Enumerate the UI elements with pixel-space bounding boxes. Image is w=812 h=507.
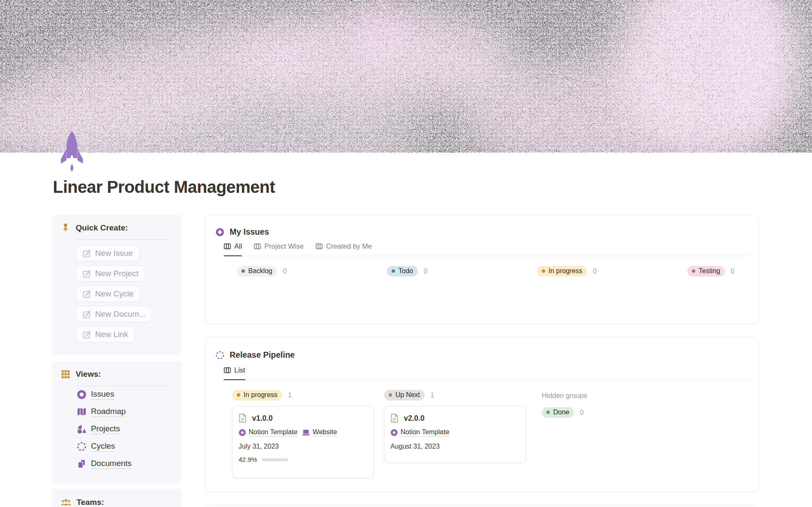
column-hidden-groups: Hidden groups Done 0 [542, 390, 686, 418]
view-tabs: All Project Wise Created by Me [224, 242, 750, 256]
status-badge[interactable]: Backlog [237, 266, 277, 277]
compose-icon [82, 310, 91, 318]
status-badge[interactable]: Todo [387, 266, 418, 277]
status-badge[interactable]: In progress [537, 266, 587, 277]
divider [76, 386, 172, 386]
laptop-icon [302, 429, 310, 436]
grid-icon [61, 370, 70, 379]
column-up-next: Up Next 1 v2.0.0 Notion Template August … [384, 390, 528, 463]
dashed-circle-icon [215, 351, 225, 360]
tab-list[interactable]: List [224, 366, 245, 380]
page-icon [239, 414, 247, 423]
compose-icon [82, 330, 91, 339]
sidebar-item-documents[interactable]: Documents [77, 457, 132, 471]
compose-icon [82, 249, 91, 258]
pushpin-icon [61, 223, 70, 233]
new-issue-button[interactable]: New Issue [76, 245, 140, 261]
relation-notion-template[interactable]: Notion Template [390, 428, 449, 437]
rocket-icon[interactable] [60, 130, 84, 173]
board-title: My Issues [230, 227, 269, 237]
release-date: July 31, 2023 [239, 443, 368, 450]
group-count: 1 [431, 392, 434, 399]
new-cycle-button[interactable]: New Cycle [76, 285, 140, 302]
release-card-v1[interactable]: v1.0.0 Notion Template Website July 31, … [232, 406, 374, 478]
divider [76, 239, 172, 240]
next-section-card [205, 505, 759, 507]
board-view-icon [315, 243, 323, 250]
my-issues-board: My Issues All Project Wise Created by Me… [205, 216, 759, 324]
release-card-v2[interactable]: v2.0.0 Notion Template August 31, 2023 [384, 406, 526, 463]
column-in-progress: In progress 1 v1.0.0 Notion Template Web… [232, 390, 376, 478]
tab-all[interactable]: All [224, 242, 242, 256]
pages-icon [77, 459, 87, 469]
group-count: 0 [424, 268, 428, 275]
view-tabs: List [224, 366, 750, 380]
relation-notion-template[interactable]: Notion Template [239, 428, 297, 437]
status-badge[interactable]: Done [542, 407, 574, 418]
teams-section: Teams: [52, 489, 182, 507]
map-icon [77, 407, 87, 417]
sidebar-item-issues[interactable]: Issues [77, 387, 132, 402]
status-dot [237, 393, 240, 397]
status-dot [392, 269, 395, 273]
page-icon [390, 414, 398, 423]
status-dot [389, 393, 392, 397]
group-count: 0 [283, 268, 287, 275]
new-link-button[interactable]: New Link [76, 326, 135, 343]
release-date: August 31, 2023 [390, 443, 519, 450]
board-view-icon [224, 367, 231, 374]
progress-row: 42.9% [239, 456, 368, 463]
people-icon [61, 497, 71, 507]
dashed-circle-icon [77, 441, 87, 452]
status-badge[interactable]: In progress [232, 390, 282, 400]
hidden-groups-label: Hidden groups [542, 390, 686, 401]
compose-icon [82, 290, 91, 298]
cover-image [0, 0, 812, 153]
compose-icon [82, 269, 91, 278]
group-done: Done 0 [542, 407, 686, 418]
board-title: Release Pipeline [230, 350, 295, 360]
sidebar-item-roadmap[interactable]: Roadmap [77, 405, 132, 419]
star-badge-icon [390, 429, 398, 436]
new-project-button[interactable]: New Project [76, 265, 145, 282]
status-dot [241, 269, 245, 273]
relation-website[interactable]: Website [302, 428, 337, 437]
board-view-icon [224, 243, 231, 250]
group-count: 1 [288, 392, 292, 399]
group-count: 0 [593, 268, 597, 275]
views-section: Views: Issues Roadmap Projects Cycles Do… [52, 361, 182, 483]
tab-project-wise[interactable]: Project Wise [254, 242, 304, 256]
sidebar-item-cycles[interactable]: Cycles [77, 439, 132, 454]
tab-created-by-me[interactable]: Created by Me [315, 242, 372, 256]
status-dot [692, 269, 695, 273]
page-title: Linear Product Management [53, 178, 275, 197]
teams-heading: Teams: [77, 498, 104, 507]
target-icon [215, 227, 225, 237]
sidebar-item-projects[interactable]: Projects [77, 422, 132, 436]
quick-create-heading: Quick Create: [76, 223, 128, 233]
shapes-icon [77, 424, 87, 434]
target-icon [77, 389, 87, 400]
star-badge-icon [239, 429, 246, 436]
group-count: 0 [580, 409, 584, 417]
group-backlog: Backlog 0 [237, 266, 387, 277]
progress-bar [262, 458, 288, 461]
views-heading: Views: [76, 370, 101, 379]
group-todo: Todo 0 [387, 266, 537, 277]
board-view-icon [254, 243, 261, 250]
progress-percent: 42.9% [239, 456, 257, 463]
status-badge[interactable]: Up Next [384, 390, 425, 400]
galaxy-banner-art [0, 0, 812, 153]
group-testing: Testing 0 [687, 266, 812, 277]
status-badge[interactable]: Testing [687, 266, 725, 277]
status-dot [546, 411, 550, 414]
new-document-button[interactable]: New Docum... [76, 306, 152, 322]
status-dot [542, 269, 545, 273]
release-pipeline-board: Release Pipeline List In progress 1 v1.0… [205, 337, 759, 492]
quick-create-section: Quick Create: New Issue New Project New … [52, 215, 182, 355]
group-count: 0 [731, 268, 735, 275]
group-in-progress: In progress 0 [537, 266, 687, 277]
